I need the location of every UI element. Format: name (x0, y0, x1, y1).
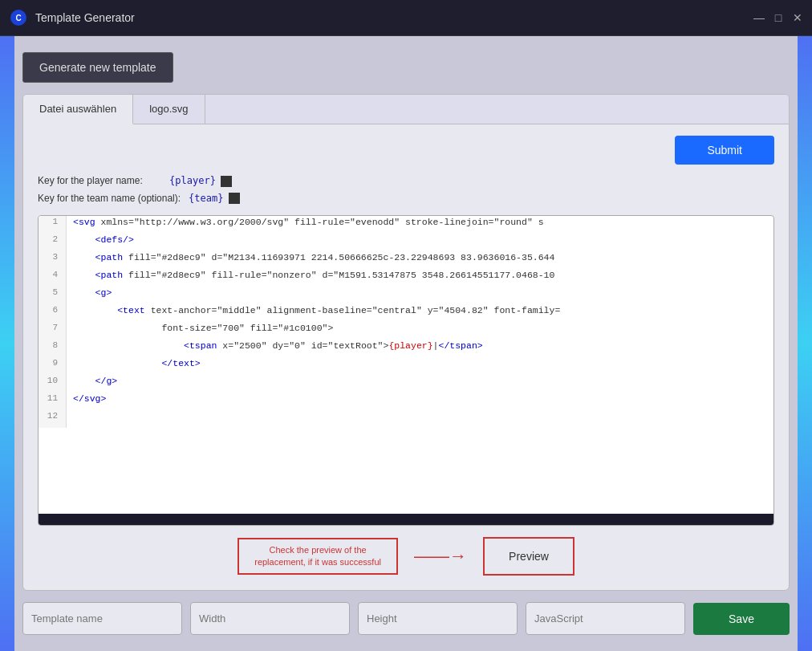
code-editor[interactable]: 1 <svg xmlns="http://www.w3.org/2000/svg… (38, 215, 774, 526)
submit-row: Submit (38, 136, 774, 165)
left-accent (0, 36, 14, 651)
main-card: Datei auswählen logo.svg Submit Key for … (22, 94, 790, 591)
tab-logo-svg[interactable]: logo.svg (133, 95, 205, 124)
javascript-input[interactable] (526, 602, 685, 635)
code-line-10: 10 </g> (39, 375, 773, 393)
app-title: Template Generator (35, 11, 135, 24)
preview-hint: Check the preview of the replacement, if… (238, 538, 398, 576)
code-line-11: 11 </svg> (39, 393, 773, 410)
window-controls: — □ ✕ (753, 11, 804, 24)
code-horizontal-scrollbar[interactable] (39, 514, 773, 525)
svg-text:C: C (15, 14, 21, 22)
code-line-2: 2 <defs/> (39, 234, 773, 251)
code-lines: 1 <svg xmlns="http://www.w3.org/2000/svg… (39, 216, 773, 514)
content-wrapper: Generate new template Datei auswählen lo… (22, 52, 790, 635)
player-key-row: Key for the player name: {player} (38, 173, 774, 190)
template-name-input[interactable] (22, 602, 182, 635)
team-key-value: {team} (189, 193, 223, 204)
close-button[interactable]: ✕ (791, 11, 804, 24)
player-key-value: {player} (169, 175, 216, 186)
right-accent (798, 36, 812, 651)
card-body: Submit Key for the player name: {player}… (23, 124, 789, 590)
generate-new-template-button[interactable]: Generate new template (22, 52, 173, 83)
preview-button[interactable]: Preview (483, 537, 574, 576)
code-line-7: 7 font-size="700" fill="#1c0100"> (39, 322, 773, 340)
code-line-12: 12 (39, 410, 773, 428)
code-line-1: 1 <svg xmlns="http://www.w3.org/2000/svg… (39, 216, 773, 234)
tab-row: Datei auswählen logo.svg (23, 95, 789, 124)
save-button[interactable]: Save (693, 603, 790, 635)
bottom-bar: Save (22, 602, 790, 635)
team-key-row: Key for the team name (optional): {team} (38, 190, 774, 208)
height-input[interactable] (358, 602, 518, 635)
player-copy-icon[interactable] (221, 176, 232, 187)
code-line-9: 9 </text> (39, 357, 773, 375)
code-line-5: 5 <g> (39, 287, 773, 304)
code-line-6: 6 <text text-anchor="middle" alignment-b… (39, 304, 773, 322)
minimize-button[interactable]: — (753, 11, 765, 24)
arrow-right-icon: ——→ (414, 546, 467, 567)
title-bar: C Template Generator — □ ✕ (0, 0, 812, 36)
code-line-8: 8 <tspan x="2500" dy="0" id="textRoot">{… (39, 340, 773, 357)
code-line-4: 4 <path fill="#2d8ec9" fill-rule="nonzer… (39, 269, 773, 287)
key-info: Key for the player name: {player} Key fo… (38, 173, 774, 207)
main-area: Generate new template Datei auswählen lo… (0, 36, 812, 651)
team-copy-icon[interactable] (229, 193, 240, 204)
maximize-button[interactable]: □ (772, 11, 785, 24)
code-line-3: 3 <path fill="#2d8ec9" d="M2134.11693971… (39, 251, 773, 269)
width-input[interactable] (190, 602, 350, 635)
app-logo: C (10, 9, 27, 26)
preview-section: Check the preview of the replacement, if… (38, 534, 774, 579)
tab-datei-auswahlen[interactable]: Datei auswählen (23, 95, 133, 124)
submit-button[interactable]: Submit (675, 136, 774, 165)
